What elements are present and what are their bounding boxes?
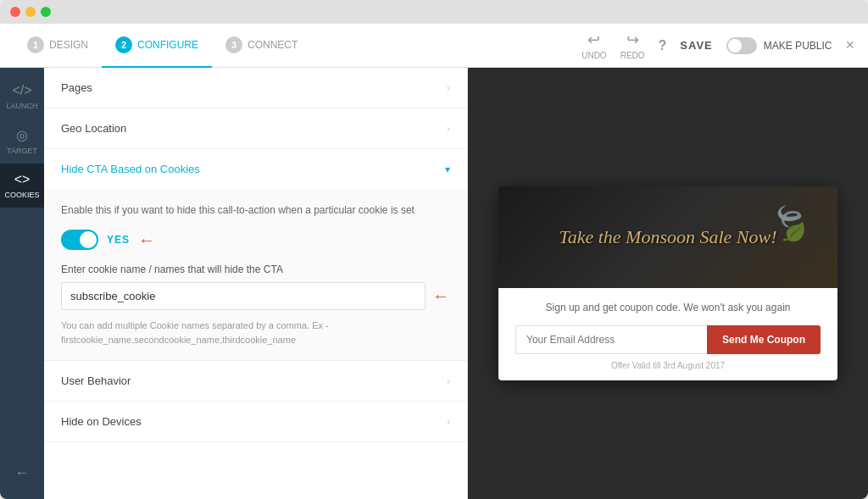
hide-devices-chevron-icon: › xyxy=(447,416,450,428)
step-design-label: DESIGN xyxy=(49,39,88,51)
widget-body: Sign up and get coupon code. We won't as… xyxy=(498,288,837,380)
step-configure-num: 2 xyxy=(115,36,132,53)
step-configure-label: CONFIGURE xyxy=(137,39,198,51)
redo-label: REDO xyxy=(620,51,645,60)
widget-banner: 🍃 Take the Monsoon Sale Now! xyxy=(498,186,837,288)
user-behavior-section: User Behavior › xyxy=(44,361,467,402)
user-behavior-header[interactable]: User Behavior › xyxy=(44,361,467,401)
cookies-icon: <> xyxy=(14,172,31,187)
cookies-chevron-icon: ▾ xyxy=(445,164,450,175)
widget-email-input[interactable] xyxy=(515,325,707,354)
cookies-description: Enable this if you want to hide this cal… xyxy=(61,202,450,218)
make-public-toggle[interactable]: MAKE PUBLIC xyxy=(726,37,832,54)
sidebar-item-cookies-label: COOKIES xyxy=(4,191,39,199)
cookies-section: Hide CTA Based on Cookies ▾ Enable this … xyxy=(44,149,467,361)
launch-icon: </> xyxy=(12,83,31,98)
step-configure[interactable]: 2 CONFIGURE xyxy=(102,24,212,68)
redo-icon: ↪ xyxy=(626,30,639,49)
help-button[interactable]: ? xyxy=(659,38,667,53)
arrow-indicator: ← xyxy=(138,230,155,250)
cookies-section-body: Enable this if you want to hide this cal… xyxy=(44,189,467,360)
undo-button[interactable]: ↩ UNDO xyxy=(581,30,606,60)
sidebar-item-launch[interactable]: </> LAUNCH xyxy=(0,75,44,119)
geo-section-title: Geo Location xyxy=(61,122,126,135)
undo-label: UNDO xyxy=(581,51,606,60)
widget-validity: Offer Valid till 3rd August 2017 xyxy=(515,361,821,370)
sidebar-bottom: ← xyxy=(8,457,36,499)
sidebar-item-target[interactable]: ◎ TARGET xyxy=(0,119,44,164)
hide-devices-title: Hide on Devices xyxy=(61,415,142,428)
toggle-yes-label: YES xyxy=(107,234,130,246)
preview-panel: 🍃 Take the Monsoon Sale Now! Sign up and… xyxy=(468,68,868,499)
main-area: </> LAUNCH ◎ TARGET <> COOKIES ← P xyxy=(0,68,868,499)
step-design-num: 1 xyxy=(27,36,44,53)
cookie-input-label: Enter cookie name / names that will hide… xyxy=(61,263,450,275)
target-icon: ◎ xyxy=(16,127,28,143)
cookie-input-row: ← xyxy=(61,282,450,310)
hide-devices-section: Hide on Devices › xyxy=(44,402,467,442)
pages-section: Pages › xyxy=(44,68,467,108)
top-nav: 1 DESIGN 2 CONFIGURE 3 CONNECT ↩ UNDO ↪ … xyxy=(0,24,868,68)
pages-chevron-icon: › xyxy=(447,82,450,94)
make-public-label: MAKE PUBLIC xyxy=(764,40,832,52)
hide-devices-header[interactable]: Hide on Devices › xyxy=(44,402,467,441)
nav-right: ↩ UNDO ↪ REDO ? SAVE MAKE PUBLIC × xyxy=(581,30,854,60)
user-behavior-title: User Behavior xyxy=(61,374,131,387)
widget-subtitle: Sign up and get coupon code. We won't as… xyxy=(515,302,821,313)
toggle-row: YES ← xyxy=(61,230,450,250)
pages-section-title: Pages xyxy=(61,81,92,94)
step-connect-num: 3 xyxy=(225,36,242,53)
step-connect[interactable]: 3 CONNECT xyxy=(212,24,311,68)
redo-button[interactable]: ↪ REDO xyxy=(620,30,645,60)
geo-section-header[interactable]: Geo Location › xyxy=(44,108,467,148)
back-icon: ← xyxy=(14,464,30,482)
back-button[interactable]: ← xyxy=(8,457,36,489)
cookies-section-title: Hide CTA Based on Cookies xyxy=(61,163,200,175)
help-label: ? xyxy=(659,38,667,53)
window-close-button[interactable]: × xyxy=(845,36,854,54)
banner-text: Take the Monsoon Sale Now! xyxy=(559,226,776,248)
app-window: 1 DESIGN 2 CONFIGURE 3 CONNECT ↩ UNDO ↪ … xyxy=(0,0,868,499)
cookies-section-header[interactable]: Hide CTA Based on Cookies ▾ xyxy=(44,149,467,189)
pages-section-header[interactable]: Pages › xyxy=(44,68,467,108)
title-bar xyxy=(0,0,868,24)
widget-submit-button[interactable]: Send Me Coupon xyxy=(707,325,821,354)
sidebar-item-target-label: TARGET xyxy=(7,147,37,155)
nav-steps: 1 DESIGN 2 CONFIGURE 3 CONNECT xyxy=(14,24,311,68)
input-arrow-indicator: ← xyxy=(432,286,449,306)
minimize-button[interactable] xyxy=(25,7,36,17)
sidebar-item-launch-label: LAUNCH xyxy=(6,102,37,110)
cookie-helper-text: You can add multiple Cookie names separa… xyxy=(61,319,450,347)
close-button[interactable] xyxy=(10,7,20,17)
cookie-toggle[interactable] xyxy=(61,230,98,250)
maximize-button[interactable] xyxy=(41,7,51,17)
geo-section: Geo Location › xyxy=(44,108,467,149)
sidebar: </> LAUNCH ◎ TARGET <> COOKIES ← xyxy=(0,68,44,499)
public-toggle-switch[interactable] xyxy=(726,37,757,54)
step-connect-label: CONNECT xyxy=(248,39,298,51)
widget-form: Send Me Coupon xyxy=(515,325,821,354)
undo-icon: ↩ xyxy=(587,30,600,49)
cookie-name-input[interactable] xyxy=(61,282,426,310)
save-button[interactable]: SAVE xyxy=(680,39,712,52)
preview-widget: 🍃 Take the Monsoon Sale Now! Sign up and… xyxy=(498,186,837,380)
step-design[interactable]: 1 DESIGN xyxy=(14,24,102,68)
user-behavior-chevron-icon: › xyxy=(447,375,450,387)
config-panel: Pages › Geo Location › Hide CTA Based on… xyxy=(44,68,468,499)
geo-chevron-icon: › xyxy=(447,123,450,135)
sidebar-item-cookies[interactable]: <> COOKIES xyxy=(0,164,44,208)
